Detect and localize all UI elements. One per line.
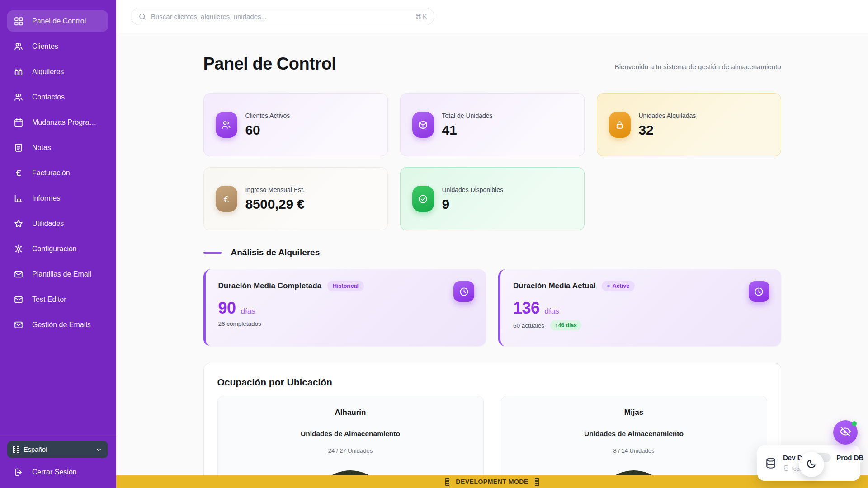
euro-icon: €: [14, 168, 24, 178]
sidebar-item-gestion-emails[interactable]: Gestión de Emails: [7, 314, 108, 335]
flag-icon: [13, 446, 19, 453]
sidebar-item-label: Configuración: [32, 245, 77, 253]
sidebar-item-facturacion[interactable]: € Facturación: [7, 162, 108, 183]
bar-chart-icon: [14, 193, 24, 203]
hazard-stripe-icon: [535, 478, 539, 486]
star-icon: [14, 219, 24, 229]
duration-card-completada: Duración Media Completada Historical 90 …: [203, 269, 486, 346]
app-window: Panel de Control Clientes Alquileres Con…: [0, 0, 868, 488]
visibility-fab[interactable]: [833, 420, 858, 445]
location-card-alhaurin: Alhaurin Unidades de Almacenamiento 24 /…: [217, 396, 484, 488]
location-units: 24 / 27 Unidades: [227, 447, 474, 454]
sidebar-item-label: Notas: [32, 144, 51, 152]
location-units: 8 / 14 Unidades: [510, 447, 758, 454]
section-accent-dash: [203, 252, 222, 254]
top-bar: ⌘ K: [116, 0, 868, 33]
sidebar-item-label: Test Editor: [32, 296, 66, 304]
main-content: ⌘ K Panel de Control Bienvenido a tu sis…: [116, 0, 868, 488]
euro-icon: €: [216, 186, 237, 212]
search-icon: [138, 13, 146, 21]
search-input[interactable]: [151, 13, 411, 20]
sidebar-item-label: Contactos: [32, 93, 65, 101]
lock-icon: [609, 112, 631, 138]
page-title: Panel de Control: [203, 54, 336, 74]
stat-card-ingreso-mensual: € Ingreso Mensual Est. 8500,29 €: [203, 167, 388, 230]
sidebar-item-label: Gestión de Emails: [32, 321, 91, 329]
users-icon: [14, 42, 24, 52]
notes-icon: [14, 143, 24, 153]
up-arrow-icon: ↑: [555, 322, 557, 328]
location-subtitle: Unidades de Almacenamiento: [227, 430, 474, 438]
sidebar-footer: Español Cerrar Sesión: [0, 436, 116, 488]
sidebar-item-label: Panel de Control: [32, 17, 86, 25]
stat-value: 8500,29 €: [245, 197, 305, 212]
stat-card-unidades-disponibles: Unidades Disponibles 9: [400, 167, 585, 230]
sidebar-item-mudanzas[interactable]: Mudanzas Progra…: [7, 112, 108, 133]
sidebar-item-label: Utilidades: [32, 220, 64, 228]
global-search[interactable]: ⌘ K: [131, 8, 434, 25]
logout-label: Cerrar Sesión: [32, 468, 77, 476]
duration-subtext: 60 actuales: [513, 322, 544, 329]
occupancy-title: Ocupación por Ubicación: [217, 377, 767, 388]
sidebar-item-contactos[interactable]: Contactos: [7, 86, 108, 108]
database-icon: [764, 457, 777, 469]
hazard-stripe-icon: [445, 478, 449, 486]
sidebar-item-clientes[interactable]: Clientes: [7, 36, 108, 57]
duration-grid: Duración Media Completada Historical 90 …: [203, 269, 781, 346]
sidebar-item-plantillas-email[interactable]: Plantillas de Email: [7, 263, 108, 285]
location-name: Mijas: [510, 408, 758, 417]
users-icon: [216, 112, 237, 138]
eye-off-icon: [840, 426, 851, 439]
page-header: Panel de Control Bienvenido a tu sistema…: [203, 54, 781, 74]
location-name: Alhaurin: [227, 408, 474, 417]
section-rental-analysis-header: Análisis de Alquileres: [203, 248, 781, 258]
dev-mode-label: DEVELOPMENT MODE: [456, 478, 528, 485]
sidebar-item-label: Clientes: [32, 42, 58, 51]
sidebar-item-label: Mudanzas Progra…: [32, 118, 96, 127]
dark-mode-toggle[interactable]: [799, 452, 824, 477]
sidebar-item-panel-de-control[interactable]: Panel de Control: [7, 10, 108, 32]
historical-badge: Historical: [327, 281, 364, 291]
duration-value: 136: [513, 299, 540, 318]
page-subtitle: Bienvenido a tu sistema de gestión de al…: [615, 63, 781, 74]
duration-card-title: Duración Media Completada: [218, 282, 322, 291]
dashboard-icon: [14, 16, 24, 26]
location-grid: Alhaurin Unidades de Almacenamiento 24 /…: [217, 396, 767, 488]
contacts-icon: [14, 92, 24, 102]
stat-value: 41: [442, 122, 493, 138]
mail-icon: [14, 269, 24, 279]
duration-unit: días: [241, 307, 255, 316]
stat-label: Total de Unidades: [442, 112, 493, 119]
sidebar-item-utilidades[interactable]: Utilidades: [7, 213, 108, 234]
stat-card-clientes-activos: Clientes Activos 60: [203, 93, 388, 156]
sidebar-item-informes[interactable]: Informes: [7, 188, 108, 209]
duration-subtext: 26 completados: [218, 320, 261, 327]
sidebar-item-alquileres[interactable]: Alquileres: [7, 61, 108, 82]
logout-button[interactable]: Cerrar Sesión: [14, 467, 108, 477]
occupancy-section: Ocupación por Ubicación Alhaurin Unidade…: [203, 363, 781, 488]
language-label: Español: [24, 446, 47, 453]
sidebar-item-configuracion[interactable]: Configuración: [7, 238, 108, 259]
sidebar-item-test-editor[interactable]: Test Editor: [7, 289, 108, 310]
status-dot: [607, 285, 610, 287]
sidebar-nav: Panel de Control Clientes Alquileres Con…: [0, 0, 116, 335]
location-card-mijas: Mijas Unidades de Almacenamiento 8 / 14 …: [501, 396, 767, 488]
sidebar-item-label: Facturación: [32, 169, 70, 177]
stat-label: Ingreso Mensual Est.: [245, 186, 305, 193]
duration-value: 90: [218, 299, 236, 318]
duration-unit: días: [545, 307, 559, 316]
section-title: Análisis de Alquileres: [231, 248, 320, 258]
package-icon: [412, 112, 434, 138]
active-badge: Active: [602, 281, 635, 291]
chevron-down-icon: [95, 446, 102, 453]
sidebar-item-notas[interactable]: Notas: [7, 137, 108, 158]
language-selector[interactable]: Español: [7, 441, 108, 458]
stat-label: Clientes Activos: [245, 112, 290, 119]
sidebar-item-label: Alquileres: [32, 68, 64, 76]
mail-icon: [14, 295, 24, 305]
keyboard-shortcut: ⌘ K: [415, 13, 427, 20]
calendar-icon: [14, 117, 24, 127]
moon-icon: [806, 458, 817, 471]
dashboard-body: Panel de Control Bienvenido a tu sistema…: [203, 54, 781, 488]
stats-grid: Clientes Activos 60 Total de Unidades 41: [203, 93, 781, 230]
